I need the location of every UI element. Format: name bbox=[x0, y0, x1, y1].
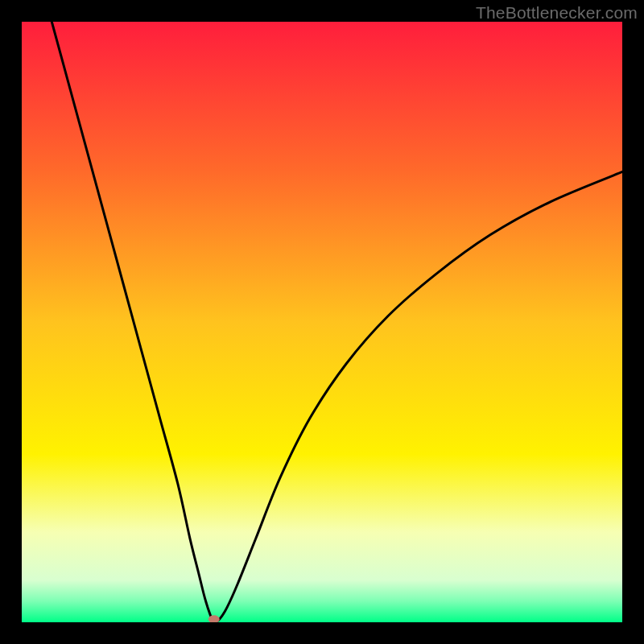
chart-svg bbox=[22, 22, 622, 622]
watermark-text: TheBottlenecker.com bbox=[476, 3, 638, 23]
chart-background bbox=[22, 22, 622, 622]
chart-area bbox=[22, 22, 622, 622]
